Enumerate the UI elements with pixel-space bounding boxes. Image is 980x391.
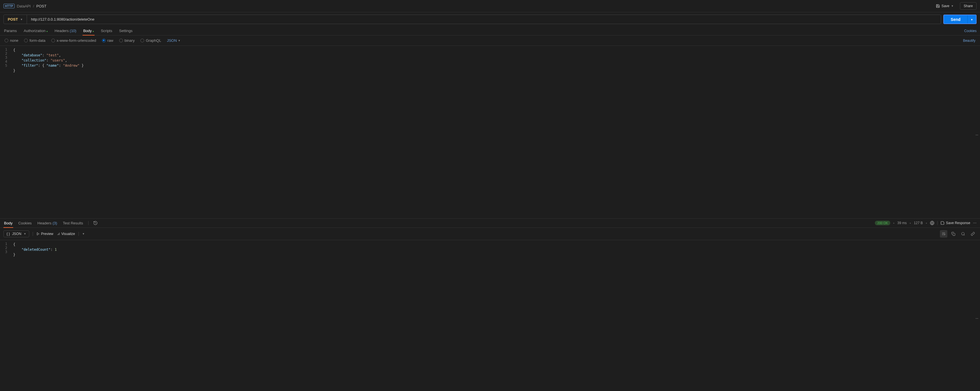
url-bar: POST ▼	[3, 14, 941, 24]
send-button-group: Send ▼	[943, 14, 977, 24]
response-body-editor[interactable]: 1 2 3 { "deletedCount": 1 } —	[0, 240, 980, 391]
save-label: Save	[942, 4, 949, 8]
cookies-link[interactable]: Cookies	[964, 29, 977, 33]
line-number: 5	[5, 63, 7, 68]
chevron-down-icon[interactable]: ▼	[82, 233, 85, 235]
beautify-link[interactable]: Beautify	[963, 39, 975, 43]
radio-none[interactable]: none	[5, 38, 18, 43]
response-section: Body Cookies Headers (3) Test Results 20…	[0, 218, 980, 391]
code-line: {	[13, 47, 977, 53]
chevron-down-icon: ▼	[24, 233, 26, 235]
response-toolbar-left: { } JSON ▼ Preview Visualize ▼	[3, 230, 85, 237]
chevron-down-icon: ▼	[178, 39, 181, 42]
chevron-down-icon[interactable]: ▼	[951, 5, 954, 8]
wrap-text-button[interactable]	[940, 230, 947, 237]
response-tabs-left: Body Cookies Headers (3) Test Results	[3, 219, 98, 228]
more-icon[interactable]: ⋯	[973, 221, 977, 225]
breadcrumb-current[interactable]: POST	[37, 4, 46, 8]
dot-separator: ●	[893, 222, 895, 225]
tab-body[interactable]: Body●	[83, 26, 94, 35]
tab-headers[interactable]: Headers (10)	[54, 26, 77, 35]
search-button[interactable]	[959, 230, 967, 237]
request-body-editor[interactable]: 1 2 3 4 5 { "database": "test", "collect…	[0, 46, 980, 218]
svg-rect-8	[953, 233, 955, 236]
share-label: Share	[964, 4, 973, 8]
method-label: POST	[8, 17, 18, 21]
share-button[interactable]: Share	[960, 2, 977, 10]
tab-auth-label: Authorization	[24, 28, 46, 33]
header-actions: Save ▼ Share	[932, 2, 977, 10]
body-format-select[interactable]: JSON ▼	[167, 38, 181, 43]
request-tabs-left: Params Authorization● Headers (10) Body●…	[3, 26, 133, 35]
line-number: 2	[5, 52, 7, 55]
body-format-label: JSON	[167, 38, 177, 43]
method-select[interactable]: POST ▼	[4, 15, 27, 24]
divider	[88, 221, 89, 225]
request-tabs: Params Authorization● Headers (10) Body●…	[0, 26, 980, 35]
radio-binary[interactable]: binary	[119, 38, 135, 43]
breadcrumb: HTTP DataAPI / POST	[3, 4, 46, 8]
tab-params[interactable]: Params	[3, 26, 18, 35]
collapse-handle[interactable]: —	[975, 315, 978, 321]
save-icon	[940, 221, 945, 225]
tab-headers-count: (10)	[70, 28, 76, 33]
globe-icon[interactable]	[930, 221, 934, 225]
tab-scripts[interactable]: Scripts	[100, 26, 113, 35]
history-icon[interactable]	[93, 221, 98, 225]
radio-icon	[5, 39, 8, 42]
http-badge-icon: HTTP	[3, 4, 14, 8]
code-line: "database": "test",	[13, 53, 977, 58]
response-toolbar-right	[940, 230, 977, 237]
radio-none-label: none	[10, 38, 18, 43]
radio-urlencoded-label: x-www-form-urlencoded	[57, 38, 96, 43]
dot-separator: ●	[910, 222, 911, 225]
send-button[interactable]: Send	[944, 15, 967, 24]
collapse-handle[interactable]: —	[975, 132, 978, 138]
radio-form-data-label: form-data	[30, 38, 46, 43]
wrap-icon	[942, 232, 946, 236]
line-number: 1	[5, 242, 7, 246]
radio-form-data[interactable]: form-data	[24, 38, 46, 43]
tab-headers-label: Headers	[55, 28, 69, 33]
tab-response-headers[interactable]: Headers (3)	[37, 219, 58, 228]
radio-graphql[interactable]: GraphQL	[140, 38, 161, 43]
preview-button[interactable]: Preview	[37, 232, 53, 236]
tab-response-cookies[interactable]: Cookies	[18, 219, 32, 228]
url-bar-row: POST ▼ Send ▼	[0, 12, 980, 26]
tab-settings[interactable]: Settings	[119, 26, 133, 35]
status-dot-icon: ●	[92, 30, 94, 33]
divider	[78, 232, 79, 236]
breadcrumb-workspace[interactable]: DataAPI	[17, 4, 31, 8]
search-icon	[961, 232, 965, 236]
breadcrumb-separator: /	[33, 4, 34, 8]
response-toolbar: { } JSON ▼ Preview Visualize ▼	[0, 228, 980, 240]
save-button[interactable]: Save ▼	[932, 3, 957, 9]
radio-icon	[119, 39, 123, 42]
url-input[interactable]	[27, 15, 941, 24]
radio-urlencoded[interactable]: x-www-form-urlencoded	[51, 38, 96, 43]
code-line: {	[13, 242, 977, 247]
line-number: 3	[5, 55, 7, 60]
tab-test-results[interactable]: Test Results	[62, 219, 84, 228]
line-number: 2	[5, 246, 7, 250]
response-size: 127 B	[914, 221, 923, 225]
response-format-label: JSON	[12, 232, 21, 236]
braces-icon: { }	[6, 232, 10, 236]
send-options-button[interactable]: ▼	[967, 15, 976, 24]
radio-raw[interactable]: raw	[102, 38, 113, 43]
tab-authorization[interactable]: Authorization●	[23, 26, 48, 35]
response-time: 39 ms	[897, 221, 907, 225]
save-response-button[interactable]: Save Response	[940, 221, 970, 225]
copy-icon	[951, 232, 955, 236]
link-button[interactable]	[969, 230, 977, 237]
tab-response-body[interactable]: Body	[3, 219, 13, 228]
copy-button[interactable]	[950, 230, 957, 237]
response-format-select[interactable]: { } JSON ▼	[3, 230, 29, 237]
visualize-button[interactable]: Visualize	[57, 232, 75, 236]
tab-response-headers-label: Headers	[38, 221, 52, 225]
code-line: }	[13, 252, 977, 257]
tab-body-label: Body	[83, 28, 92, 33]
top-bar: HTTP DataAPI / POST Save ▼ Share	[0, 0, 980, 12]
code-line: }	[13, 68, 977, 73]
response-tabs-row: Body Cookies Headers (3) Test Results 20…	[0, 219, 980, 228]
